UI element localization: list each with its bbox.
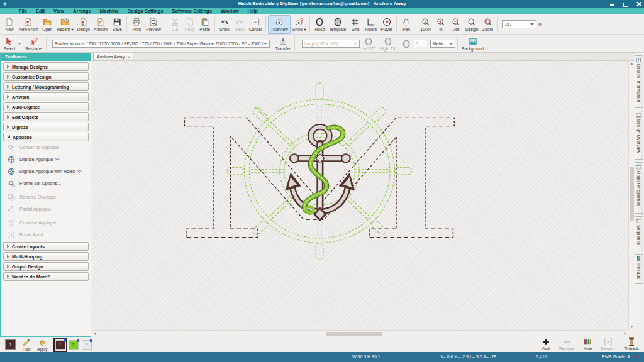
thread-chip-3[interactable]: 3	[82, 340, 92, 350]
template-icon	[333, 18, 342, 26]
toolbar-separator	[497, 16, 498, 32]
chevron-right-icon	[7, 105, 9, 109]
tab-threads[interactable]: Threads	[635, 254, 643, 284]
zoom-100-button[interactable]: 100%	[418, 15, 433, 34]
tab-close-icon[interactable]: ×	[127, 55, 130, 59]
scroll-left-icon[interactable]: ◄	[92, 331, 97, 337]
right-dock-strip: Design Information Design Overview Objec…	[634, 53, 644, 337]
zoom-out-button[interactable]: Out	[448, 15, 464, 34]
open-button[interactable]: Open	[40, 15, 55, 34]
sidebar-item-lettering[interactable]: Lettering / Monogramming	[3, 82, 89, 91]
break-apart-icon	[7, 231, 16, 239]
save-button[interactable]: Save	[109, 15, 125, 34]
undo-button[interactable]: Undo	[217, 15, 232, 34]
threads-button[interactable]: Threads	[624, 337, 639, 351]
zoom-in-button[interactable]: In	[433, 15, 448, 34]
tab-anchors-away[interactable]: Anchors Away ×	[93, 53, 133, 60]
close-icon[interactable]	[636, 1, 641, 7]
pan-button[interactable]: Pan	[399, 15, 414, 34]
tab-design-information[interactable]: Design Information	[635, 55, 643, 108]
show-button[interactable]: Show ▾	[291, 15, 308, 34]
new-from-button[interactable]: New From	[17, 15, 40, 34]
sidebar-item-manage-designs[interactable]: Manage Designs	[3, 62, 89, 71]
template-button[interactable]: Template	[327, 15, 348, 34]
sidebar-item-artwork[interactable]: Artwork	[3, 92, 89, 101]
coordinates-readout: X= 0.6 Y= -2.9 L= 3.0 A= -78	[440, 352, 496, 362]
thread-chip-1-selected[interactable]: 1	[55, 340, 65, 350]
restore-icon[interactable]	[623, 1, 628, 7]
reshape-button[interactable]: Reshape	[23, 35, 43, 52]
grid-button[interactable]: Grid	[348, 15, 363, 34]
sidebar-item-digitize[interactable]: Digitize	[3, 123, 89, 131]
menu-design-settings[interactable]: Design Settings	[128, 8, 164, 14]
open-folder-icon	[43, 18, 52, 26]
menu-help[interactable]: Help	[248, 8, 258, 14]
sidebar-item-customize-design[interactable]: Customize Design	[3, 72, 89, 81]
tab-object-properties[interactable]: Object Properties	[635, 162, 643, 214]
chevron-right-icon	[7, 95, 9, 99]
pick-color-button[interactable]: Pick	[22, 338, 31, 351]
sidebar-item-output-design[interactable]: Output Design	[3, 262, 89, 271]
digitize-applique-holes-item[interactable]: Digitize Appliqué with Holes >>	[1, 165, 91, 177]
plus-icon	[541, 337, 550, 346]
menu-view[interactable]: View	[53, 8, 64, 14]
cancel-button[interactable]: Cancel	[247, 15, 264, 34]
hide-thread-button[interactable]: Hide	[583, 337, 592, 351]
design-canvas[interactable]: M	[92, 61, 628, 330]
menu-edit[interactable]: Edit	[36, 8, 45, 14]
zoom-level-combobox[interactable]: 167	[502, 20, 536, 28]
artwork-button[interactable]: Artwork	[92, 15, 109, 34]
sidebar-item-multi-hooping[interactable]: Multi-Hooping	[3, 252, 89, 261]
sequence-icon	[636, 218, 641, 224]
chevron-right-icon	[7, 255, 9, 258]
trueview-button[interactable]: TrueView	[268, 15, 291, 34]
frame-out-options-item[interactable]: Frame-out Options...	[1, 177, 91, 189]
sidebar-item-applique[interactable]: Appliqué	[3, 133, 89, 141]
units-combobox[interactable]: Metric	[430, 40, 455, 48]
new-button[interactable]: New	[2, 15, 17, 34]
sidebar-item-want-to-do-more[interactable]: Want to do More?	[3, 272, 89, 281]
machine-combobox[interactable]: Brother Innov-is 1250 / 1200/ 1000 / PE-…	[52, 40, 270, 48]
select-button[interactable]: Select	[2, 35, 23, 52]
transfer-button[interactable]: Transfer	[274, 35, 292, 52]
thread-spool-icon	[627, 337, 636, 346]
cut-scissors-icon	[170, 18, 179, 26]
design-button[interactable]: Design	[75, 15, 92, 34]
menu-software-settings[interactable]: Software Settings	[172, 8, 212, 14]
sidebar-item-create-layouts[interactable]: Create Layouts	[3, 242, 89, 251]
menu-arrange[interactable]: Arrange	[73, 8, 91, 14]
background-button[interactable]: Background	[460, 35, 486, 52]
scroll-right-icon[interactable]: ►	[623, 331, 628, 337]
horizontal-scrollbar[interactable]: ◄ ►	[92, 330, 628, 337]
preview-button[interactable]: Preview	[144, 15, 162, 34]
vertical-scrollbar[interactable]: ▲ ▼	[628, 61, 634, 330]
tab-design-overview[interactable]: Design Overview	[635, 111, 643, 160]
menu-file[interactable]: File	[19, 8, 27, 14]
apply-color-button[interactable]: Apply	[37, 338, 48, 351]
vertical-scroll-thumb[interactable]	[630, 167, 634, 221]
player-button[interactable]: Player	[379, 15, 394, 34]
zoom-out-icon	[452, 18, 460, 26]
zoom-design-button[interactable]: Design	[464, 15, 480, 34]
paste-button[interactable]: Paste	[197, 15, 213, 34]
overview-icon	[636, 112, 641, 118]
horizontal-scroll-thumb[interactable]	[326, 332, 382, 336]
recent-button[interactable]: Recent ▾	[55, 15, 75, 34]
digitize-applique-item[interactable]: Digitize Appliqué >>	[1, 153, 91, 165]
tab-sequence[interactable]: Sequence	[635, 216, 643, 251]
pan-hand-icon	[402, 18, 411, 26]
background-icon	[469, 37, 477, 46]
minimize-icon[interactable]	[609, 1, 615, 7]
add-thread-button[interactable]: Add	[541, 337, 550, 351]
stitch-count: 6,410	[536, 352, 547, 362]
menu-window[interactable]: Window	[221, 8, 239, 14]
zoom-box-button[interactable]: Zoom	[480, 15, 496, 34]
menu-bar: File Edit View Arrange Machine Design Se…	[0, 8, 644, 14]
print-button[interactable]: Print	[129, 15, 144, 34]
rulers-button[interactable]: Rulers	[363, 15, 379, 34]
sidebar-item-auto-digitize[interactable]: Auto-Digitize	[3, 102, 89, 111]
sidebar-item-edit-objects[interactable]: Edit Objects	[3, 112, 89, 121]
thread-chip-2[interactable]: 2	[69, 340, 79, 350]
menu-machine[interactable]: Machine	[100, 8, 119, 14]
hoop-button[interactable]: Hoop	[312, 15, 327, 34]
